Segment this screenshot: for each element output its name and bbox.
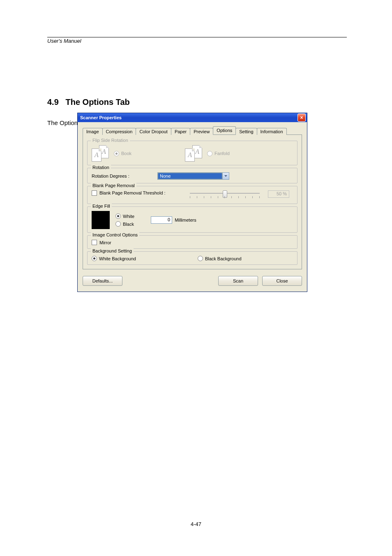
mirror-label: Mirror <box>99 240 111 245</box>
checkbox-blank-page-threshold[interactable] <box>92 190 97 196</box>
group-image-control: Image Control Options Mirror <box>87 235 297 249</box>
radio-edge-white[interactable] <box>115 213 121 219</box>
radio-edge-black[interactable] <box>115 221 121 227</box>
blank-page-checkbox-label: Blank Page Removal Threshold : <box>99 190 190 195</box>
tab-paper[interactable]: Paper <box>171 128 190 135</box>
radio-white-background-label: White Background <box>99 256 136 261</box>
tab-preview[interactable]: Preview <box>190 128 213 135</box>
dialog-button-row: Defaults... Scan Close <box>83 276 302 286</box>
group-label: Image Control Options <box>91 232 139 237</box>
page-header: User's Manuel <box>47 38 347 44</box>
close-icon[interactable]: × <box>297 114 306 122</box>
defaults-button[interactable]: Defaults... <box>83 276 122 286</box>
radio-fanfold <box>207 151 212 156</box>
tab-information[interactable]: Information <box>257 128 287 135</box>
tab-image[interactable]: Image <box>83 128 103 135</box>
group-label: Background Setting <box>91 248 134 253</box>
group-edge-fill: Edge Fill White Black 0 <box>87 206 297 233</box>
blank-page-threshold-value: 50 % <box>268 190 289 198</box>
tab-compression[interactable]: Compression <box>102 128 136 135</box>
chevron-down-icon[interactable] <box>222 173 229 179</box>
group-label: Flip Side Rotation <box>91 138 130 143</box>
titlebar[interactable]: Scanner Properties × <box>78 113 307 122</box>
radio-book-label: Book <box>121 151 131 156</box>
scanner-properties-dialog: Scanner Properties × Image Compression C… <box>77 113 307 292</box>
radio-fanfold-label: Fanfold <box>214 151 230 156</box>
edge-fill-value[interactable]: 0 <box>151 216 172 224</box>
tab-setting[interactable]: Setting <box>235 128 257 135</box>
radio-black-background-label: Black Background <box>205 256 242 261</box>
scan-button[interactable]: Scan <box>218 276 258 286</box>
book-pages-icon: A A <box>92 145 110 162</box>
edge-fill-unit: Millimeters <box>175 218 196 222</box>
radio-black-background[interactable] <box>198 256 203 261</box>
radio-book <box>114 151 119 156</box>
rotation-degrees-value: None <box>158 173 222 179</box>
group-label: Rotation <box>91 165 111 170</box>
radio-white-background[interactable] <box>92 256 97 261</box>
tab-panel-options: Flip Side Rotation A A Book A A Fanfold <box>83 134 302 269</box>
section-heading: 4.9 The Options Tab <box>47 97 347 107</box>
radio-edge-black-label: Black <box>123 222 134 227</box>
tab-strip: Image Compression Color Dropout Paper Pr… <box>83 126 302 134</box>
close-button[interactable]: Close <box>262 276 302 286</box>
group-flip-side-rotation: Flip Side Rotation A A Book A A Fanfold <box>87 141 297 165</box>
page-number: 4-47 <box>0 521 392 527</box>
window-title: Scanner Properties <box>80 115 122 120</box>
radio-edge-white-label: White <box>123 214 134 219</box>
fanfold-pages-icon: A A <box>185 145 203 162</box>
rotation-degrees-select[interactable]: None <box>157 172 229 180</box>
blank-page-threshold-slider[interactable] <box>190 190 260 200</box>
group-label: Blank Page Removal <box>91 183 136 188</box>
svg-marker-0 <box>224 175 227 177</box>
edge-fill-swatch <box>92 211 110 229</box>
group-blank-page-removal: Blank Page Removal Blank Page Removal Th… <box>87 186 297 204</box>
tab-options[interactable]: Options <box>213 126 236 134</box>
group-background-setting: Background Setting White Background Blac… <box>87 251 297 265</box>
group-label: Edge Fill <box>91 204 112 208</box>
page-header-left: User's Manuel <box>47 38 81 44</box>
group-rotation: Rotation Rotation Degrees : None <box>87 168 297 183</box>
rotation-label: Rotation Degrees : <box>92 174 157 178</box>
checkbox-mirror[interactable] <box>92 240 97 245</box>
tab-color-dropout[interactable]: Color Dropout <box>136 128 171 135</box>
